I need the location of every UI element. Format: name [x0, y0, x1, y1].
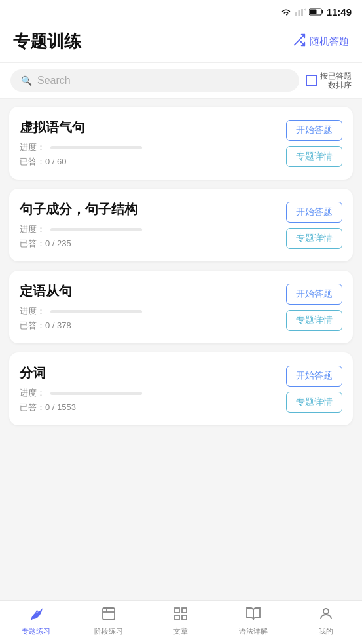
topic-actions: 开始答题 专题详情 [286, 366, 342, 413]
progress-bar-bg [50, 228, 142, 231]
status-bar: 11:49 [0, 0, 362, 24]
progress-bar-bg [50, 310, 142, 313]
svg-rect-7 [310, 10, 316, 14]
random-answer-button[interactable]: 随机答题 [292, 33, 349, 50]
svg-rect-6 [321, 10, 323, 14]
topic-detail-button[interactable]: 专题详情 [286, 392, 342, 413]
topic-detail-button[interactable]: 专题详情 [286, 228, 342, 249]
topic-title: 虚拟语气句 [20, 119, 278, 136]
nav-item-article[interactable]: 文章 [161, 606, 200, 636]
progress-row: 进度： [20, 305, 278, 317]
progress-row: 进度： [20, 387, 278, 399]
start-answer-button[interactable]: 开始答题 [286, 284, 342, 305]
person-icon [318, 606, 334, 624]
topic-card: 定语从句 进度： 已答：0 / 378 开始答题 专题详情 [9, 271, 353, 343]
start-answer-button[interactable]: 开始答题 [286, 366, 342, 387]
grid-icon [173, 606, 189, 624]
svg-rect-2 [301, 9, 303, 16]
svg-rect-10 [103, 608, 115, 620]
progress-bar-bg [50, 146, 142, 149]
search-icon: 🔍 [21, 75, 32, 86]
page-title: 专题训练 [13, 30, 81, 53]
battery-icon [309, 8, 323, 16]
topic-info: 定语从句 进度： 已答：0 / 378 [20, 282, 278, 331]
start-answer-button[interactable]: 开始答题 [286, 120, 342, 141]
random-btn-label: 随机答题 [310, 35, 349, 48]
topic-title: 分词 [20, 364, 278, 382]
status-time: 11:49 [327, 7, 352, 18]
sort-checkbox[interactable] [306, 75, 317, 86]
nav-item-grammar[interactable]: 语法详解 [234, 606, 273, 636]
nav-item-stage[interactable]: 阶段练习 [89, 606, 128, 636]
start-answer-button[interactable]: 开始答题 [286, 202, 342, 223]
topic-actions: 开始答题 专题详情 [286, 202, 342, 249]
progress-label: 进度： [20, 305, 45, 317]
svg-rect-1 [298, 10, 300, 16]
answered-count: 已答：0 / 235 [20, 238, 278, 250]
header: 专题训练 随机答题 [0, 24, 362, 63]
topic-card: 分词 进度： 已答：0 / 1553 开始答题 专题详情 [9, 352, 353, 425]
topic-title: 定语从句 [20, 282, 278, 300]
nav-label-grammar: 语法详解 [239, 626, 268, 636]
svg-rect-16 [182, 615, 187, 620]
progress-label: 进度： [20, 387, 45, 399]
topic-detail-button[interactable]: 专题详情 [286, 146, 342, 167]
topic-actions: 开始答题 专题详情 [286, 120, 342, 167]
svg-rect-0 [295, 12, 297, 16]
leaf-icon [28, 606, 44, 624]
nav-label-article: 文章 [173, 626, 188, 636]
random-icon [292, 33, 306, 50]
stage-icon [101, 606, 117, 624]
answered-count: 已答：0 / 378 [20, 320, 278, 331]
nav-label-stage: 阶段练习 [94, 626, 123, 636]
progress-bar-bg [50, 392, 142, 395]
progress-row: 进度： [20, 223, 278, 235]
topic-card: 句子成分，句子结构 进度： 已答：0 / 235 开始答题 专题详情 [9, 189, 353, 261]
svg-rect-15 [175, 615, 179, 620]
book-icon [245, 606, 261, 624]
search-sort-row: 🔍 Search 按已答题 数排序 [0, 63, 362, 99]
svg-rect-13 [175, 608, 179, 613]
topic-card: 虚拟语气句 进度： 已答：0 / 60 开始答题 专题详情 [9, 107, 353, 180]
progress-label: 进度： [20, 223, 45, 235]
bottom-nav: 专题练习 阶段练习 文章 语法详解 [0, 600, 362, 644]
sort-toggle[interactable]: 按已答题 数排序 [306, 71, 352, 90]
topic-info: 句子成分，句子结构 进度： 已答：0 / 235 [20, 200, 278, 250]
topic-actions: 开始答题 专题详情 [286, 284, 342, 331]
topic-detail-button[interactable]: 专题详情 [286, 310, 342, 331]
progress-row: 进度： [20, 142, 278, 153]
search-placeholder: Search [37, 75, 71, 86]
topic-list: 虚拟语气句 进度： 已答：0 / 60 开始答题 专题详情 句子成分，句子结构 … [0, 99, 362, 433]
signal-icon [295, 8, 306, 16]
svg-point-17 [323, 609, 329, 614]
status-icons: 11:49 [281, 7, 352, 18]
answered-count: 已答：0 / 1553 [20, 402, 278, 413]
svg-rect-14 [182, 608, 187, 613]
topic-info: 虚拟语气句 进度： 已答：0 / 60 [20, 119, 278, 168]
nav-label-topic: 专题练习 [22, 626, 50, 636]
progress-label: 进度： [20, 142, 45, 153]
topic-title: 句子成分，句子结构 [20, 200, 278, 218]
nav-item-mine[interactable]: 我的 [306, 606, 346, 636]
nav-label-mine: 我的 [319, 626, 333, 636]
answered-count: 已答：0 / 60 [20, 156, 278, 168]
wifi-icon [281, 8, 291, 16]
nav-item-topic[interactable]: 专题练习 [16, 606, 56, 636]
search-box[interactable]: 🔍 Search [10, 69, 299, 92]
topic-info: 分词 进度： 已答：0 / 1553 [20, 364, 278, 413]
sort-label: 按已答题 数排序 [320, 71, 352, 90]
